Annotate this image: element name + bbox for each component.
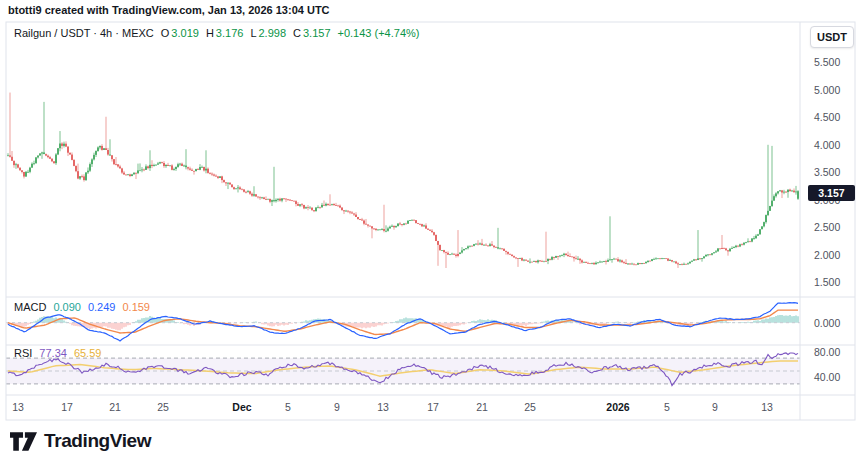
high-value: 3.176 bbox=[216, 27, 244, 39]
rsi-legend: RSI77.3465.59 bbox=[14, 347, 101, 359]
change-value: +0.143 (+4.74%) bbox=[338, 27, 420, 39]
rsi-axis-label: 80.00 bbox=[814, 346, 840, 358]
rsi-value: 77.34 bbox=[39, 347, 67, 359]
time-tick-label: 21 bbox=[109, 401, 121, 413]
time-tick-label: 9 bbox=[334, 401, 340, 413]
time-tick-label: 25 bbox=[524, 401, 536, 413]
low-value: 2.998 bbox=[259, 27, 287, 39]
symbol-legend: Railgun / USDT · 4h · MEXCO3.019H3.176L2… bbox=[14, 27, 419, 39]
macd-axis-label: 0.000 bbox=[814, 317, 840, 329]
price-tick-label: 1.500 bbox=[814, 276, 840, 288]
open-value: 3.019 bbox=[171, 27, 199, 39]
price-tick-label: 5.500 bbox=[814, 56, 840, 68]
price-tick-label: 2.000 bbox=[814, 249, 840, 261]
last-price-tag: 3.157 bbox=[808, 185, 855, 201]
low-label: L bbox=[250, 27, 256, 39]
rsi-axis-label: 40.00 bbox=[814, 371, 840, 383]
time-tick-label: 5 bbox=[285, 401, 291, 413]
macd-signal-value: 0.159 bbox=[122, 301, 150, 313]
time-tick-label: 25 bbox=[157, 401, 169, 413]
time-tick-label: 13 bbox=[12, 401, 24, 413]
close-value: 3.157 bbox=[303, 27, 331, 39]
open-label: O bbox=[161, 27, 170, 39]
price-tick-label: 5.000 bbox=[814, 84, 840, 96]
macd-legend: MACD0.0900.2490.159 bbox=[14, 301, 150, 313]
symbol-title: Railgun / USDT · 4h · MEXC bbox=[14, 27, 154, 39]
candlestick-chart-canvas[interactable] bbox=[0, 0, 860, 465]
time-tick-label: 13 bbox=[377, 401, 389, 413]
macd-line-value: 0.249 bbox=[88, 301, 116, 313]
time-tick-label: 13 bbox=[761, 401, 773, 413]
close-label: C bbox=[293, 27, 301, 39]
rsi-label: RSI bbox=[14, 347, 32, 359]
time-tick-label: 17 bbox=[427, 401, 439, 413]
time-tick-label: 17 bbox=[61, 401, 73, 413]
brand-wordmark: TradingView bbox=[44, 430, 151, 452]
price-tick-label: 2.500 bbox=[814, 221, 840, 233]
time-tick-label: 5 bbox=[664, 401, 670, 413]
time-tick-label: 2026 bbox=[606, 401, 629, 413]
time-tick-label: 21 bbox=[476, 401, 488, 413]
time-tick-label: 9 bbox=[712, 401, 718, 413]
rsi-ma-value: 65.59 bbox=[74, 347, 102, 359]
macd-label: MACD bbox=[14, 301, 46, 313]
currency-toggle-button[interactable]: USDT bbox=[810, 26, 854, 48]
footer-brand[interactable]: TradingView bbox=[10, 430, 151, 452]
attribution-text: btotti9 created with TradingView.com, Ja… bbox=[8, 4, 330, 16]
time-tick-label: Dec bbox=[232, 401, 251, 413]
price-tick-label: 3.500 bbox=[814, 166, 840, 178]
tradingview-logo-icon bbox=[10, 431, 37, 452]
macd-hist-value: 0.090 bbox=[53, 301, 81, 313]
price-tick-label: 4.500 bbox=[814, 111, 840, 123]
high-label: H bbox=[206, 27, 214, 39]
price-tick-label: 4.000 bbox=[814, 139, 840, 151]
